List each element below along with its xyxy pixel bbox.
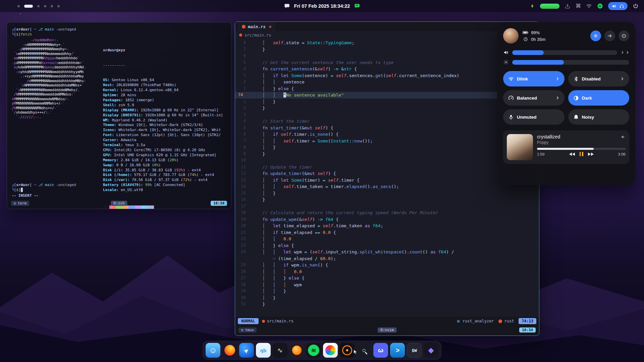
code-line[interactable]: 17 — [235, 203, 539, 210]
code-line[interactable]: 21 │ if time_elapsed == 0.0 { — [235, 229, 539, 236]
power-tray-icon[interactable] — [633, 3, 639, 9]
workspace-5[interactable] — [51, 5, 53, 7]
code-line[interactable]: 10 — [235, 157, 539, 164]
dock-icon-firefox[interactable] — [222, 343, 237, 358]
dock-icon-magnifier[interactable]: ○ — [357, 343, 371, 358]
dock-icon-finder[interactable]: ☺ — [206, 343, 220, 358]
code-line[interactable]: 6 — [235, 53, 539, 59]
code-line[interactable]: 9 } — [235, 151, 539, 158]
dock-icon-wave[interactable]: ∿ — [273, 343, 287, 358]
code-line[interactable]: 23 │ } else { — [235, 242, 539, 249]
volume-expand-chevrons[interactable] — [621, 51, 629, 54]
code-line[interactable]: 8 │ } — [235, 144, 539, 151]
terminal-window[interactable]: ┌[srdusr] ~ ⎇ main -unstaged └[$]fetch -… — [7, 22, 231, 209]
code-line[interactable]: 14 │ │ self.time_taken = timer.elapsed()… — [235, 183, 539, 190]
code-line[interactable]: 4 // Start the timer — [235, 118, 539, 125]
code-line[interactable]: 5 fn start_timer(&mut self) { — [235, 125, 539, 131]
battery-indicator[interactable] — [540, 4, 559, 9]
code-line[interactable]: 13 │ if let Some(timer) = self.timer { — [235, 177, 539, 184]
code-line[interactable]: 3 │ if let Some(sentence) = self.sentenc… — [235, 72, 539, 79]
dock-icon-obsidian[interactable]: ◆ — [424, 343, 438, 358]
workspace-3[interactable] — [37, 5, 40, 7]
topbar-datetime[interactable]: Fri 07 Feb 2025 18:34:22 — [294, 3, 350, 9]
toggle-notifications[interactable]: Noisy — [568, 109, 630, 125]
toggle-microphone[interactable]: Unmuted — [503, 109, 565, 125]
code-line[interactable]: 12 fn update_timer(&mut self) { — [235, 170, 539, 177]
next-button[interactable] — [588, 153, 594, 156]
dock-icon-orange[interactable] — [289, 343, 304, 358]
logout-button[interactable] — [604, 31, 615, 41]
code-line[interactable]: 2 } — [235, 105, 539, 112]
code-line[interactable]: ↪ (time_elapsed / 60.0); — [235, 255, 539, 262]
dock-icon-qbittorrent[interactable]: qb — [256, 343, 271, 358]
editor-window[interactable]: main.rs × src/main.rs 8 │ self.state = S… — [235, 21, 539, 336]
tmux-window-chip[interactable]: 0:zsh — [111, 201, 127, 206]
code-line[interactable]: 29 │ │ } — [235, 288, 539, 295]
code-line[interactable]: 4 fn current_sentence(&self) -> &str { — [235, 66, 539, 72]
dock-icon-photos[interactable] — [323, 343, 338, 358]
dock-icon-compass[interactable] — [340, 343, 355, 358]
command-icon[interactable]: ⌘ — [576, 3, 581, 9]
code-line[interactable]: 28 │ │ │ wpm — [235, 282, 539, 288]
code-line[interactable]: 11 // Update the timer — [235, 164, 539, 171]
spotify-tray-icon[interactable] — [597, 3, 603, 9]
code-line[interactable]: 18 // Calculate and return the current t… — [235, 209, 539, 216]
workspace-2[interactable] — [24, 5, 33, 8]
power-button[interactable] — [619, 31, 629, 41]
toggle-power-profile[interactable]: Balanced — [503, 90, 565, 106]
code-line[interactable]: 2 │ │ sentence — [235, 79, 539, 85]
workspace-4[interactable] — [44, 5, 46, 7]
code-line[interactable]: 30 │ } — [235, 295, 539, 301]
tray-download-icon[interactable] — [565, 3, 571, 9]
dock-icon-wezterm[interactable]: $W — [407, 343, 422, 358]
code-line[interactable]: 22 │ │ 0.0 — [235, 236, 539, 242]
code-line[interactable]: 24 │ │ let wpm = (self.input_string.spli… — [235, 249, 539, 255]
toggle-bluetooth[interactable]: Disabled — [568, 71, 630, 86]
code-line[interactable]: 6 │ if self.timer.is_none() { — [235, 131, 539, 138]
code-line[interactable]: 3 — [235, 112, 539, 118]
tmux-session-chip[interactable]: ⊞term — [11, 201, 29, 206]
code-line[interactable]: 7 } — [235, 46, 539, 53]
code-line[interactable]: 16 } — [235, 196, 539, 203]
settings-button[interactable] — [590, 31, 601, 41]
pause-button[interactable] — [580, 152, 583, 156]
code-line[interactable]: 8 │ self.state = State::TypingGame; — [235, 40, 539, 46]
previous-button[interactable] — [569, 153, 575, 156]
close-icon[interactable]: × — [269, 24, 272, 29]
code-line[interactable]: 26 │ │ │ 0.0 — [235, 268, 539, 275]
hotspot-icon[interactable] — [586, 3, 592, 9]
workspace-6[interactable] — [57, 5, 60, 7]
code-line[interactable]: 25 │ │ if wpm.is_nan() { — [235, 262, 539, 268]
avatar[interactable] — [503, 28, 519, 44]
brightness-slider[interactable] — [512, 60, 629, 65]
code-line[interactable]: 5 // Get the current sentence the user n… — [235, 59, 539, 66]
toggle-theme[interactable]: Dark — [568, 90, 630, 106]
code-line[interactable]: 27 │ │ } else { — [235, 275, 539, 282]
message-icon[interactable] — [354, 3, 360, 9]
workspace-1[interactable] — [17, 5, 20, 7]
code-line[interactable]: 74 │ │ "No sentence available" — [235, 92, 539, 99]
code-line[interactable]: 19 fn update_wpm(&self) -> f64 { — [235, 216, 539, 223]
code-lines[interactable]: 8 │ self.state = State::TypingGame;7 }65… — [235, 39, 539, 317]
dock-icon-discord[interactable]: ω — [373, 343, 388, 358]
code-line[interactable]: 20 │ let time_elapsed = self.time_taken … — [235, 223, 539, 229]
charging-bolt-icon[interactable] — [530, 3, 535, 9]
dock-icon-thunderbird[interactable]: ▶ — [239, 343, 254, 358]
volume-slider[interactable] — [512, 50, 617, 55]
toggle-wifi[interactable]: Dlink — [503, 71, 565, 86]
chat-bubble-icon[interactable] — [284, 3, 290, 9]
code-line[interactable]: 1 │ } else { — [235, 85, 539, 92]
code-line[interactable]: 31 } — [235, 301, 539, 308]
code-line[interactable]: 7 │ │ self.timer = Some(Instant::now()); — [235, 138, 539, 144]
media-output-icon[interactable] — [621, 134, 626, 139]
code-line[interactable]: 15 │ } — [235, 190, 539, 197]
media-progress[interactable] — [537, 148, 626, 150]
dock-icon-vscode[interactable]: > — [390, 343, 405, 358]
audio-output-pill[interactable] — [608, 2, 628, 10]
code-line[interactable]: 1 │ } — [235, 99, 539, 105]
tab-main-rs[interactable]: main.rs × — [238, 22, 275, 31]
tmux-window-chip[interactable]: 0:nvim — [378, 327, 396, 333]
dock-icon-spotify[interactable]: ≋ — [306, 343, 321, 358]
power-icon — [621, 33, 627, 39]
tmux-session-chip[interactable]: ⊞tmux — [238, 327, 257, 333]
